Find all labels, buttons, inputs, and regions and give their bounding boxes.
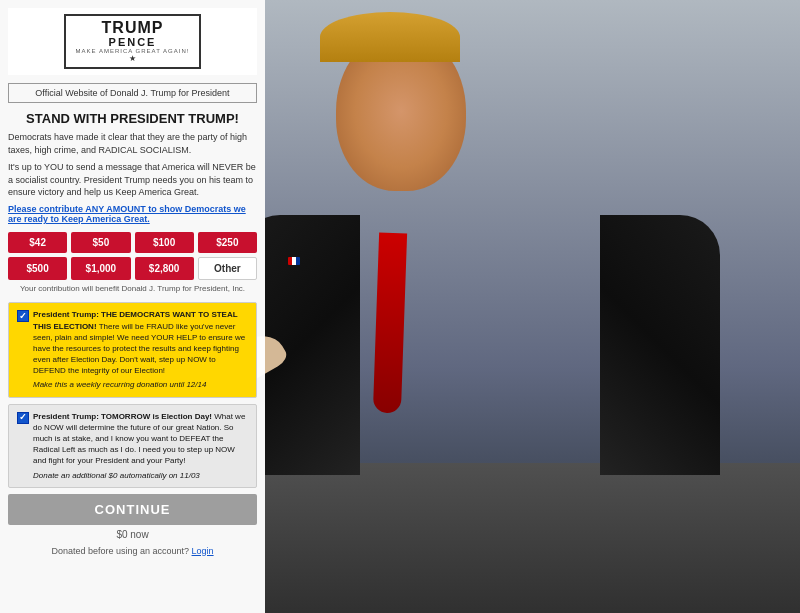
donated-before-text: Donated before using an account? [51,546,189,556]
benefit-text: Your contribution will benefit Donald J.… [8,284,257,294]
yellow-sub-text-1: Make this a weekly recurring donation un… [33,379,248,390]
logo-star: ★ [76,54,190,63]
donation-btn-500[interactable]: $500 [8,257,67,280]
checkbox-row-2: ✓ President Trump: TOMORROW is Election … [17,411,248,481]
flag-pin [288,257,300,265]
body-text-2: It's up to YOU to send a message that Am… [8,161,257,199]
checkbox-1[interactable]: ✓ [17,310,29,322]
amount-display: $0 now [8,529,257,540]
donation-btn-42[interactable]: $42 [8,232,67,253]
donation-btn-other[interactable]: Other [198,257,257,280]
donation-btn-1000[interactable]: $1,000 [71,257,130,280]
contribute-link[interactable]: Please contribute ANY AMOUNT to show Dem… [8,204,257,224]
donation-btn-100[interactable]: $100 [135,232,194,253]
gray-box-content: President Trump: TOMORROW is Election Da… [33,411,248,481]
continue-button[interactable]: Continue [8,494,257,525]
donation-btn-50[interactable]: $50 [71,232,130,253]
checkbox-row-1: ✓ President Trump: THE DEMOCRATS WANT TO… [17,309,248,390]
checkmark-1: ✓ [19,312,27,321]
donation-btn-2800[interactable]: $2,800 [135,257,194,280]
figure-suit-right [600,215,720,475]
checkbox-2[interactable]: ✓ [17,412,29,424]
body-text-1: Democrats have made it clear that they a… [8,131,257,156]
gray-text: President Trump: TOMORROW is Election Da… [33,411,248,467]
login-link[interactable]: Login [192,546,214,556]
logo-pence: PENCE [76,36,190,48]
donation-btn-250[interactable]: $250 [198,232,257,253]
login-footer: Donated before using an account? Login [8,546,257,556]
gray-box: ✓ President Trump: TOMORROW is Election … [8,404,257,488]
donation-grid: $42 $50 $100 $250 $500 $1,000 $2,800 Oth… [8,232,257,280]
yellow-box-1: ✓ President Trump: THE DEMOCRATS WANT TO… [8,302,257,397]
logo-trump: TRUMP [76,20,190,36]
checkmark-2: ✓ [19,413,27,422]
official-website-label: Official Website of Donald J. Trump for … [8,83,257,103]
background-ground [265,463,800,613]
stand-title: STAND WITH PRESIDENT TRUMP! [8,111,257,126]
figure-hair [320,12,460,62]
logo-area: TRUMP PENCE MAKE AMERICA GREAT AGAIN! ★ [8,8,257,75]
donation-panel: TRUMP PENCE MAKE AMERICA GREAT AGAIN! ★ … [0,0,265,613]
yellow-text-1: President Trump: THE DEMOCRATS WANT TO S… [33,309,248,376]
yellow-box-1-content: President Trump: THE DEMOCRATS WANT TO S… [33,309,248,390]
gray-sub-text: Donate an additional $0 automatically on… [33,470,248,481]
logo-box: TRUMP PENCE MAKE AMERICA GREAT AGAIN! ★ [64,14,202,69]
